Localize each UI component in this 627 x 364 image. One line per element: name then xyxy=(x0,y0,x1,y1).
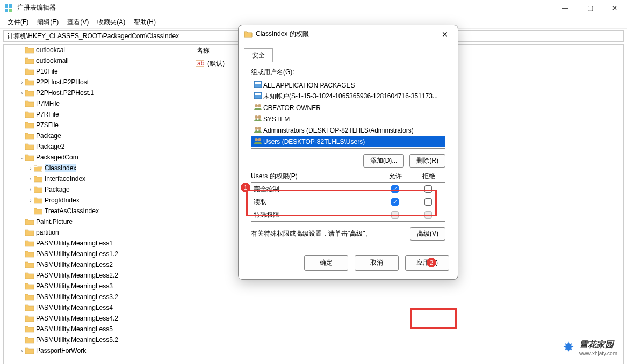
group-item[interactable]: SYSTEM xyxy=(251,113,445,125)
menu-view[interactable]: 查看(V) xyxy=(64,17,92,28)
tree-item-PASMUtility.MeaningLess4.2[interactable]: PASMUtility.MeaningLess4.2 xyxy=(4,313,192,324)
tree-item-P2PHost.P2PHost.1[interactable]: ›P2PHost.P2PHost.1 xyxy=(4,88,192,98)
tree-item-PASMUtility.MeaningLess1.2[interactable]: PASMUtility.MeaningLess1.2 xyxy=(4,249,192,259)
svg-rect-6 xyxy=(254,81,262,88)
perm-row: 特殊权限 xyxy=(251,208,445,221)
deny-checkbox[interactable] xyxy=(424,185,432,193)
tree-item-partition[interactable]: partition xyxy=(4,227,192,238)
tree-item-PASMUtility.MeaningLess1[interactable]: PASMUtility.MeaningLess1 xyxy=(4,238,192,249)
groups-listbox[interactable]: ALL APPLICATION PACKAGES未知帐户(S-1-15-3-10… xyxy=(251,79,445,149)
group-label: Users (DESKTOP-82TLHLS\Users) xyxy=(263,138,365,145)
cancel-button[interactable]: 取消 xyxy=(355,255,399,271)
group-label: Administrators (DESKTOP-82TLHLS\Administ… xyxy=(263,127,414,134)
svg-rect-9 xyxy=(255,93,261,95)
allow-checkbox[interactable] xyxy=(391,185,399,193)
tree-item-outlookmail[interactable]: outlookmail xyxy=(4,55,192,66)
menu-file[interactable]: 文件(F) xyxy=(4,17,32,28)
svg-point-14 xyxy=(255,127,258,130)
tree-item-P7RFile[interactable]: P7RFile xyxy=(4,109,192,120)
tree-item-PASMUtility.MeaningLess4[interactable]: PASMUtility.MeaningLess4 xyxy=(4,302,192,313)
expand-icon[interactable]: › xyxy=(19,348,25,354)
tree-item-label: PASMUtility.MeaningLess4.2 xyxy=(36,315,118,322)
tree-item-label: Paint.Picture xyxy=(36,218,73,225)
tree-item-Package[interactable]: Package xyxy=(4,130,192,141)
minimize-button[interactable]: — xyxy=(553,0,578,16)
expand-icon[interactable]: › xyxy=(27,165,34,171)
group-icon xyxy=(254,103,263,112)
package-icon xyxy=(254,81,263,90)
perm-name: 读取 xyxy=(254,198,378,207)
group-label: SYSTEM xyxy=(263,115,290,123)
tree-item-label: PASMUtility.MeaningLess3 xyxy=(36,282,113,290)
expand-icon[interactable]: › xyxy=(19,79,25,85)
package-icon xyxy=(254,92,263,101)
tree-item-outlookcal[interactable]: outlookcal xyxy=(4,45,192,55)
remove-button[interactable]: 删除(R) xyxy=(409,154,445,168)
tree-item-Package[interactable]: ›Package xyxy=(4,184,192,195)
tree-item-PassportForWork[interactable]: ›PassportForWork xyxy=(4,345,192,356)
tree-item-P7SFile[interactable]: P7SFile xyxy=(4,120,192,130)
allow-checkbox[interactable] xyxy=(391,211,399,219)
add-button[interactable]: 添加(D)... xyxy=(363,154,405,168)
tree-item-PASMUtility.MeaningLess5[interactable]: PASMUtility.MeaningLess5 xyxy=(4,324,192,334)
tree-item-P2PHost.P2PHost[interactable]: ›P2PHost.P2PHost xyxy=(4,77,192,88)
tree-item-ClassIndex[interactable]: ›ClassIndex xyxy=(4,163,192,173)
group-item[interactable]: CREATOR OWNER xyxy=(251,102,445,113)
expand-icon[interactable]: ⌄ xyxy=(19,155,25,161)
annotation-badge-2: 2 xyxy=(427,258,436,267)
ok-button[interactable]: 确定 xyxy=(304,255,348,271)
perm-header: Users 的权限(P) xyxy=(251,172,379,181)
tree-item-label: P10File xyxy=(36,68,58,75)
tree-item-TreatAsClassIndex[interactable]: TreatAsClassIndex xyxy=(4,206,192,216)
tree-item-PASMUtility.MeaningLess3.2[interactable]: PASMUtility.MeaningLess3.2 xyxy=(4,292,192,302)
group-item[interactable]: ALL APPLICATION PACKAGES xyxy=(251,79,445,91)
tab-security[interactable]: 安全 xyxy=(244,48,273,62)
tree-list[interactable]: outlookcaloutlookmailP10File›P2PHost.P2P… xyxy=(4,45,192,364)
group-item[interactable]: Administrators (DESKTOP-82TLHLS\Administ… xyxy=(251,125,445,136)
tree-item-PASMUtility.MeaningLess2.2[interactable]: PASMUtility.MeaningLess2.2 xyxy=(4,270,192,281)
expand-icon[interactable]: › xyxy=(19,90,25,96)
expand-icon[interactable]: › xyxy=(27,176,34,182)
tree-item-PASMUtility.MeaningLess3[interactable]: PASMUtility.MeaningLess3 xyxy=(4,281,192,292)
menu-fav[interactable]: 收藏夹(A) xyxy=(94,17,128,28)
perm-row: 完全控制 xyxy=(251,183,445,195)
permissions-grid: 完全控制读取特殊权限 xyxy=(251,182,445,222)
tree-item-label: P7MFile xyxy=(36,100,60,107)
window-title: 注册表编辑器 xyxy=(17,3,553,12)
tree-item-Package2[interactable]: Package2 xyxy=(4,141,192,152)
tree-item-P10File[interactable]: P10File xyxy=(4,66,192,77)
close-button[interactable]: ✕ xyxy=(602,0,627,16)
menu-help[interactable]: 帮助(H) xyxy=(131,17,159,28)
svg-point-17 xyxy=(258,138,261,141)
deny-checkbox[interactable] xyxy=(424,211,432,219)
tree-item-label: PASMUtility.MeaningLess1 xyxy=(36,239,113,247)
advanced-button[interactable]: 高级(V) xyxy=(410,227,445,241)
tree-item-Paint.Picture[interactable]: Paint.Picture xyxy=(4,216,192,227)
tree-item-PASMUtility.MeaningLess5.2[interactable]: PASMUtility.MeaningLess5.2 xyxy=(4,334,192,345)
watermark-icon xyxy=(561,340,576,355)
watermark-text: 雪花家园 xyxy=(579,339,617,351)
svg-point-12 xyxy=(255,115,258,119)
svg-point-10 xyxy=(255,104,258,107)
maximize-button[interactable]: ▢ xyxy=(578,0,602,16)
svg-rect-7 xyxy=(255,82,261,84)
group-item[interactable]: 未知帐户(S-1-15-3-1024-1065365936-1281604716… xyxy=(251,91,445,102)
group-label: CREATOR OWNER xyxy=(263,104,321,112)
tree-item-ProgIdIndex[interactable]: ›ProgIdIndex xyxy=(4,195,192,206)
tree-item-PASMUtility.MeaningLess2[interactable]: PASMUtility.MeaningLess2 xyxy=(4,259,192,270)
allow-checkbox[interactable] xyxy=(391,198,399,206)
dialog-close-icon[interactable]: ✕ xyxy=(437,30,452,39)
expand-icon[interactable]: › xyxy=(27,187,34,193)
expand-icon[interactable]: › xyxy=(27,198,34,203)
perm-name: 完全控制 xyxy=(254,185,378,194)
svg-rect-3 xyxy=(9,9,12,12)
advanced-hint: 有关特殊权限或高级设置，请单击"高级"。 xyxy=(251,229,410,238)
tree-item-P7MFile[interactable]: P7MFile xyxy=(4,98,192,109)
tree-item-PackagedCom[interactable]: ⌄PackagedCom xyxy=(4,152,192,163)
svg-rect-0 xyxy=(5,4,8,8)
dialog-title: ClassIndex 的权限 xyxy=(256,30,437,39)
tree-item-InterfaceIndex[interactable]: ›InterfaceIndex xyxy=(4,173,192,184)
group-item[interactable]: Users (DESKTOP-82TLHLS\Users) xyxy=(251,136,445,147)
menu-edit[interactable]: 编辑(E) xyxy=(34,17,62,28)
deny-checkbox[interactable] xyxy=(424,198,432,206)
